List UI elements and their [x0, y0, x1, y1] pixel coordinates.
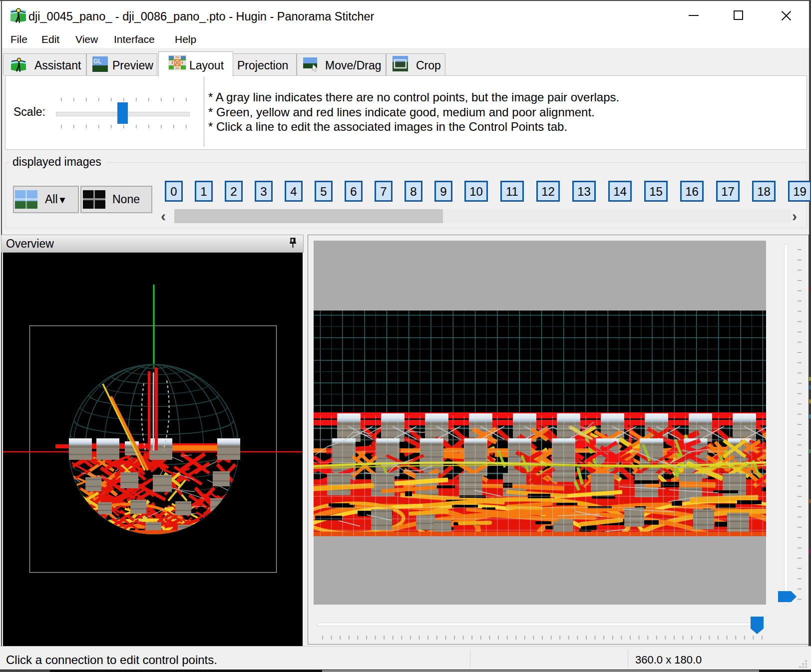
svg-text:GL: GL [93, 58, 102, 65]
